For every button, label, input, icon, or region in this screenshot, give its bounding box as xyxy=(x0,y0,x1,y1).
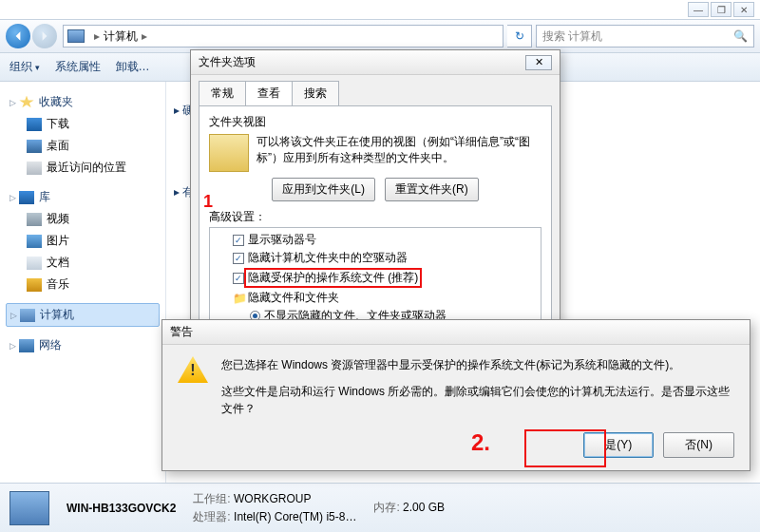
memory-label: 内存: xyxy=(373,501,399,514)
folder-view-heading: 文件夹视图 xyxy=(209,114,542,130)
no-button[interactable]: 否(N) xyxy=(663,432,734,458)
folder-view-icon xyxy=(209,134,249,172)
video-icon xyxy=(27,213,42,226)
opt-label: 隐藏受保护的操作系统文件 (推荐) xyxy=(244,268,422,288)
sidebar-item-recent[interactable]: 最近访问的位置 xyxy=(6,157,160,179)
download-icon xyxy=(27,118,42,131)
computer-icon xyxy=(67,29,85,43)
annotation-box xyxy=(524,429,606,467)
star-icon xyxy=(19,96,34,109)
computer-name: WIN-HB133GOVCK2 xyxy=(66,502,176,515)
tab-search[interactable]: 搜索 xyxy=(292,81,339,105)
organize-menu[interactable]: 组织 xyxy=(10,59,40,75)
sidebar-item-documents[interactable]: 文档 xyxy=(6,252,160,274)
minimize-button[interactable]: — xyxy=(688,2,709,17)
folder-icon: 📁 xyxy=(233,292,244,305)
tab-general[interactable]: 常规 xyxy=(199,81,246,105)
warning-icon xyxy=(178,356,208,383)
sidebar-item-downloads[interactable]: 下载 xyxy=(6,113,160,135)
sidebar-label: 图片 xyxy=(47,233,69,249)
sidebar-label: 桌面 xyxy=(47,138,69,154)
opt-hide-protected-os-files[interactable]: ✓隐藏受保护的操作系统文件 (推荐) xyxy=(212,267,539,289)
cpu-label: 处理器: xyxy=(193,510,230,523)
apply-to-folders-button[interactable]: 应用到文件夹(L) xyxy=(272,178,375,201)
dialog-titlebar[interactable]: 文件夹选项 ✕ xyxy=(191,50,560,75)
annotation-2: 2. xyxy=(471,429,490,456)
opt-label: 显示驱动器号 xyxy=(248,232,316,248)
advanced-settings-label: 高级设置： xyxy=(209,209,542,225)
forward-button[interactable] xyxy=(32,24,57,48)
sidebar-item-pictures[interactable]: 图片 xyxy=(6,230,160,252)
folder-view-desc: 可以将该文件夹正在使用的视图（例如“详细信息”或“图标”）应用到所有这种类型的文… xyxy=(256,134,542,172)
checkbox-icon: ✓ xyxy=(233,235,244,246)
checkbox-icon: ✓ xyxy=(233,253,244,264)
picture-icon xyxy=(27,235,42,248)
sidebar-label: 文档 xyxy=(47,255,69,271)
back-button[interactable] xyxy=(6,24,30,48)
annotation-1: 1 xyxy=(203,192,213,212)
sidebar-label: 网络 xyxy=(39,337,62,353)
memory-value: 2.00 GB xyxy=(403,501,445,514)
search-input[interactable]: 搜索 计算机 🔍 xyxy=(536,25,754,48)
document-icon xyxy=(27,256,42,270)
sidebar-group-libraries[interactable]: ▷库 xyxy=(6,186,160,208)
library-icon xyxy=(19,191,34,204)
opt-hide-empty-drives[interactable]: ✓隐藏计算机文件夹中的空驱动器 xyxy=(212,249,539,267)
folder-options-dialog: 文件夹选项 ✕ 常规 查看 搜索 文件夹视图 可以将该文件夹正在使用的视图（例如… xyxy=(190,49,560,325)
sidebar-label: 库 xyxy=(39,189,50,205)
opt-show-drive-letters[interactable]: ✓显示驱动器号 xyxy=(212,231,539,249)
search-icon: 🔍 xyxy=(733,29,748,43)
sidebar-label: 音乐 xyxy=(47,276,69,293)
cpu-value: Intel(R) Core(TM) i5-8… xyxy=(234,510,356,523)
recent-icon xyxy=(27,162,42,175)
close-button[interactable]: ✕ xyxy=(525,55,552,70)
checkbox-icon: ✓ xyxy=(233,273,244,284)
explorer-navbar: ▸ 计算机 ▸ ↻ 搜索 计算机 🔍 xyxy=(0,19,760,53)
sidebar-item-network[interactable]: ▷网络 xyxy=(6,334,160,356)
opt-hidden-files-group: 📁隐藏文件和文件夹 xyxy=(212,289,539,307)
sidebar-label: 计算机 xyxy=(40,307,74,323)
workgroup-label: 工作组: xyxy=(193,492,230,505)
opt-label: 隐藏文件和文件夹 xyxy=(248,290,339,306)
dialog-titlebar[interactable]: 警告 xyxy=(162,320,750,345)
breadcrumb[interactable]: ▸ 计算机 ▸ xyxy=(63,25,504,48)
breadcrumb-item[interactable]: 计算机 xyxy=(104,28,138,45)
sidebar-item-computer[interactable]: ▷计算机 xyxy=(6,303,160,327)
sidebar-label: 下载 xyxy=(47,116,69,132)
desktop-icon xyxy=(27,140,42,153)
sidebar-item-music[interactable]: 音乐 xyxy=(6,274,160,295)
maximize-button[interactable]: ❐ xyxy=(711,2,732,17)
network-icon xyxy=(19,339,34,352)
computer-icon xyxy=(20,309,35,322)
computer-icon xyxy=(10,491,49,525)
chevron-right-icon: ▸ xyxy=(94,29,100,43)
tab-view[interactable]: 查看 xyxy=(245,81,293,105)
sidebar-label: 视频 xyxy=(47,211,69,227)
dialog-title: 文件夹选项 xyxy=(199,54,256,70)
workgroup-value: WORKGROUP xyxy=(234,492,311,505)
sidebar-label: 收藏夹 xyxy=(39,94,73,110)
close-button[interactable]: ✕ xyxy=(733,2,754,17)
sidebar-group-favorites[interactable]: ▷收藏夹 xyxy=(6,91,160,113)
search-placeholder: 搜索 计算机 xyxy=(542,28,602,45)
sidebar-item-desktop[interactable]: 桌面 xyxy=(6,135,160,157)
explorer-sidebar: ▷收藏夹 下载 桌面 最近访问的位置 ▷库 视频 图片 文档 音乐 ▷计算机 ▷… xyxy=(0,82,166,483)
music-icon xyxy=(27,278,42,292)
warning-dialog: 警告 您已选择在 Windows 资源管理器中显示受保护的操作系统文件(标记为系… xyxy=(162,319,750,471)
opt-label: 隐藏计算机文件夹中的空驱动器 xyxy=(248,250,408,266)
reset-folders-button[interactable]: 重置文件夹(R) xyxy=(385,178,479,201)
chevron-right-icon: ▸ xyxy=(142,29,147,43)
warning-line2: 这些文件是启动和运行 Windows 所必需的。删除或编辑它们会使您的计算机无法… xyxy=(221,383,734,417)
sidebar-item-videos[interactable]: 视频 xyxy=(6,208,160,230)
dialog-title: 警告 xyxy=(170,324,193,340)
sidebar-label: 最近访问的位置 xyxy=(47,160,126,176)
uninstall-button[interactable]: 卸载… xyxy=(116,59,150,75)
system-properties-button[interactable]: 系统属性 xyxy=(55,59,101,75)
refresh-button[interactable]: ↻ xyxy=(507,25,532,48)
warning-line1: 您已选择在 Windows 资源管理器中显示受保护的操作系统文件(标记为系统和隐… xyxy=(221,356,734,373)
status-bar: WIN-HB133GOVCK2 工作组: WORKGROUP 处理器: Inte… xyxy=(0,483,760,532)
